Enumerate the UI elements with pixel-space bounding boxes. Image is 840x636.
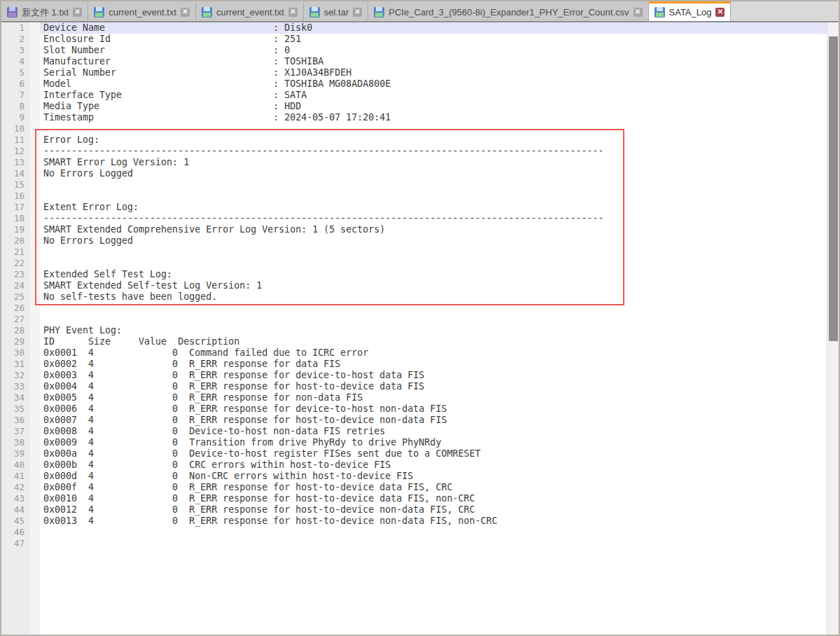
- line-number: 28: [1, 325, 30, 336]
- line-number: 44: [1, 504, 30, 516]
- editor-line[interactable]: 46: [1, 527, 827, 538]
- editor-line[interactable]: 18--------------------------------------…: [1, 213, 827, 224]
- editor-line[interactable]: 14No Errors Logged: [1, 168, 827, 179]
- line-number: 33: [1, 381, 30, 392]
- tab-bar: 新文件 1.txt✕current_event.txt✕current_even…: [1, 1, 839, 21]
- line-number: 4: [1, 56, 30, 67]
- editor-line[interactable]: 330x0004 4 0 R_ERR response for host-to-…: [1, 381, 827, 392]
- editor-line[interactable]: 12--------------------------------------…: [1, 146, 827, 157]
- close-icon[interactable]: ✕: [715, 8, 724, 17]
- line-text: Extent Error Log:: [40, 202, 827, 213]
- line-number: 35: [1, 403, 30, 415]
- line-text: [40, 538, 827, 549]
- editor-line[interactable]: 47: [1, 538, 827, 549]
- editor-line[interactable]: 310x0002 4 0 R_ERR response for data FIS: [1, 359, 827, 370]
- margin-gap: [30, 471, 40, 482]
- editor-line[interactable]: 430x0010 4 0 R_ERR response for host-to-…: [1, 493, 827, 504]
- tab-6[interactable]: SATA_Log✕: [649, 1, 732, 21]
- line-number: 17: [1, 202, 30, 213]
- margin-gap: [30, 56, 40, 67]
- editor-line[interactable]: 360x0007 4 0 R_ERR response for host-to-…: [1, 415, 827, 426]
- margin-gap: [30, 134, 40, 146]
- margin-gap: [30, 347, 40, 359]
- editor-line[interactable]: 25No self-tests have been logged.: [1, 291, 827, 303]
- scrollbar-thumb[interactable]: [829, 36, 838, 341]
- editor-line[interactable]: 20No Errors Logged: [1, 235, 827, 247]
- margin-gap: [30, 448, 40, 459]
- line-text: [40, 191, 827, 202]
- line-number: 18: [1, 213, 30, 224]
- editor-line[interactable]: 15: [1, 179, 827, 191]
- editor-line[interactable]: 390x000a 4 0 Device-to-host register FIS…: [1, 448, 827, 459]
- editor-line[interactable]: 1Device Name : Disk0: [1, 22, 827, 34]
- line-number: 21: [1, 247, 30, 258]
- editor-line[interactable]: 13SMART Error Log Version: 1: [1, 157, 827, 168]
- editor-line[interactable]: 19SMART Extended Comprehensive Error Log…: [1, 224, 827, 235]
- editor-line[interactable]: 400x000b 4 0 CRC errors within host-to-d…: [1, 459, 827, 471]
- editor-line[interactable]: 22: [1, 258, 827, 269]
- editor-line[interactable]: 9Timestamp : 2024-05-07 17:20:41: [1, 112, 827, 123]
- close-icon[interactable]: ✕: [73, 8, 82, 17]
- line-number: 3: [1, 45, 30, 56]
- line-number: 10: [1, 123, 30, 134]
- close-icon[interactable]: ✕: [181, 8, 190, 17]
- line-text: [40, 527, 827, 538]
- editor-content[interactable]: 1Device Name : Disk02Enclosure Id : 2513…: [1, 22, 827, 549]
- editor-line[interactable]: 21: [1, 247, 827, 258]
- tab-3[interactable]: current_event.txt✕: [196, 1, 304, 21]
- editor-line[interactable]: 23Extended Self Test Log:: [1, 269, 827, 280]
- close-icon[interactable]: ✕: [353, 8, 362, 17]
- editor-line[interactable]: 3Slot Number : 0: [1, 45, 827, 56]
- vertical-scrollbar[interactable]: [827, 22, 839, 635]
- tab-2[interactable]: current_event.txt✕: [88, 1, 196, 21]
- editor-line[interactable]: 410x000d 4 0 Non-CRC errors within host-…: [1, 471, 827, 482]
- editor-line[interactable]: 380x0009 4 0 Transition from drive PhyRd…: [1, 437, 827, 448]
- editor-line[interactable]: 7Interface Type : SATA: [1, 90, 827, 101]
- editor-line[interactable]: 24SMART Extended Self-test Log Version: …: [1, 280, 827, 291]
- close-icon[interactable]: ✕: [288, 8, 298, 17]
- editor-line[interactable]: 28PHY Event Log:: [1, 325, 827, 336]
- margin-gap: [30, 78, 40, 90]
- line-number: 24: [1, 280, 30, 291]
- editor-window: 新文件 1.txt✕current_event.txt✕current_even…: [0, 0, 840, 636]
- line-text: Media Type : HDD: [40, 101, 827, 112]
- editor-line[interactable]: 5Serial Number : X1J0A34BFDEH: [1, 67, 827, 78]
- margin-gap: [30, 415, 40, 426]
- editor-line[interactable]: 300x0001 4 0 Command failed due to ICRC …: [1, 347, 827, 359]
- editor-line[interactable]: 370x0008 4 0 Device-to-host non-data FIS…: [1, 426, 827, 437]
- editor-line[interactable]: 440x0012 4 0 R_ERR response for host-to-…: [1, 504, 827, 516]
- margin-gap: [30, 168, 40, 179]
- editor-line[interactable]: 350x0006 4 0 R_ERR response for device-t…: [1, 403, 827, 415]
- tab-1[interactable]: 新文件 1.txt✕: [1, 1, 88, 21]
- line-text: Slot Number : 0: [40, 45, 827, 56]
- tab-4[interactable]: sel.tar✕: [304, 1, 368, 21]
- tab-5[interactable]: PCIe_Card_3_(9560-8i)_Expander1_PHY_Erro…: [368, 1, 648, 21]
- editor-line[interactable]: 16: [1, 191, 827, 202]
- tab-label: current_event.txt: [108, 7, 176, 18]
- editor-line[interactable]: 450x0013 4 0 R_ERR response for host-to-…: [1, 516, 827, 527]
- editor-line[interactable]: 320x0003 4 0 R_ERR response for device-t…: [1, 370, 827, 381]
- line-number: 13: [1, 157, 30, 168]
- editor-line[interactable]: 10: [1, 123, 827, 134]
- editor-pane[interactable]: 1Device Name : Disk02Enclosure Id : 2513…: [1, 22, 839, 635]
- line-text: Device Name : Disk0: [40, 22, 827, 34]
- editor-line[interactable]: 26: [1, 303, 827, 314]
- line-text: 0x0005 4 0 R_ERR response for non-data F…: [40, 392, 827, 403]
- editor-line[interactable]: 340x0005 4 0 R_ERR response for non-data…: [1, 392, 827, 403]
- editor-line[interactable]: 4Manufacturer : TOSHIBA: [1, 56, 827, 67]
- editor-line[interactable]: 2Enclosure Id : 251: [1, 34, 827, 45]
- close-icon[interactable]: ✕: [634, 8, 643, 17]
- line-text: Serial Number : X1J0A34BFDEH: [40, 67, 827, 78]
- editor-line[interactable]: 17Extent Error Log:: [1, 202, 827, 213]
- line-number: 40: [1, 459, 30, 471]
- editor-line[interactable]: 27: [1, 314, 827, 325]
- tab-label: current_event.txt: [216, 7, 284, 18]
- line-number: 43: [1, 493, 30, 504]
- editor-line[interactable]: 8Media Type : HDD: [1, 101, 827, 112]
- margin-gap: [30, 381, 40, 392]
- editor-line[interactable]: 29ID Size Value Description: [1, 336, 827, 347]
- editor-line[interactable]: 420x000f 4 0 R_ERR response for host-to-…: [1, 482, 827, 493]
- editor-line[interactable]: 11Error Log:: [1, 134, 827, 146]
- editor-line[interactable]: 6Model : TOSHIBA MG08ADA800E: [1, 78, 827, 90]
- line-text: No self-tests have been logged.: [40, 291, 827, 303]
